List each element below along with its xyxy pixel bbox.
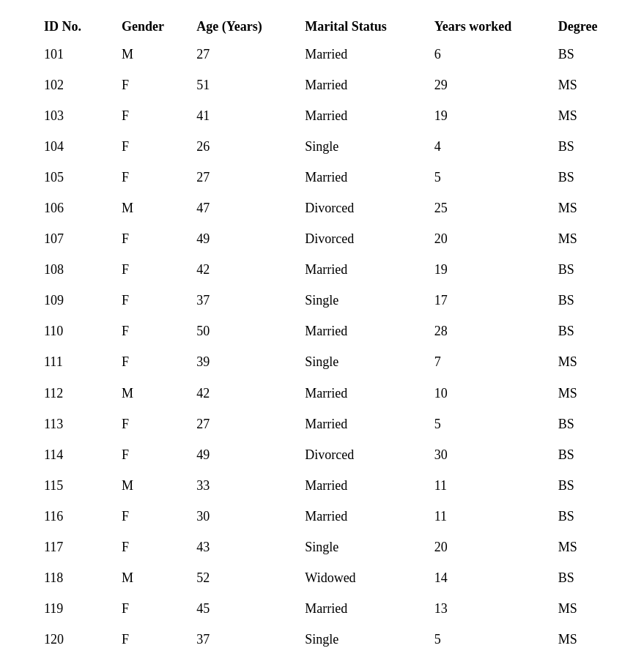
cell-marital: Married <box>290 409 419 439</box>
cell-degree: MS <box>544 532 622 563</box>
cell-degree: MS <box>544 193 622 223</box>
cell-id: 116 <box>22 501 107 532</box>
cell-marital: Married <box>290 501 419 532</box>
cell-gender: F <box>107 286 189 316</box>
column-header: Years worked <box>420 15 544 39</box>
cell-degree: MS <box>544 100 622 131</box>
cell-gender: F <box>107 224 189 255</box>
cell-age: 42 <box>189 378 290 409</box>
cell-marital: Married <box>290 316 419 347</box>
column-header: Age (Years) <box>189 15 290 39</box>
cell-degree: BS <box>544 316 622 347</box>
cell-years: 5 <box>420 625 544 655</box>
cell-gender: F <box>107 255 189 286</box>
column-header: Degree <box>544 15 622 39</box>
cell-age: 39 <box>189 347 290 378</box>
cell-years: 14 <box>420 563 544 594</box>
table-header-row: ID No.GenderAge (Years)Marital StatusYea… <box>22 15 622 39</box>
cell-gender: F <box>107 625 189 655</box>
cell-degree: BS <box>544 255 622 286</box>
cell-gender: M <box>107 378 189 409</box>
cell-age: 30 <box>189 501 290 532</box>
cell-age: 43 <box>189 532 290 563</box>
cell-degree: BS <box>544 439 622 470</box>
cell-marital: Married <box>290 594 419 625</box>
cell-gender: F <box>107 162 189 193</box>
cell-marital: Widowed <box>290 563 419 594</box>
cell-degree: BS <box>544 131 622 162</box>
cell-age: 41 <box>189 100 290 131</box>
cell-degree: BS <box>544 501 622 532</box>
table-row: 107F49Divorced20MS <box>22 224 622 255</box>
cell-gender: M <box>107 470 189 501</box>
cell-degree: MS <box>544 625 622 655</box>
table-row: 119F45Married13MS <box>22 594 622 625</box>
cell-age: 45 <box>189 594 290 625</box>
cell-years: 10 <box>420 378 544 409</box>
cell-id: 107 <box>22 224 107 255</box>
table-row: 115M33Married11BS <box>22 470 622 501</box>
table-row: 101M27Married6BS <box>22 39 622 70</box>
table-row: 120F37Single5MS <box>22 625 622 655</box>
cell-gender: F <box>107 316 189 347</box>
cell-marital: Single <box>290 625 419 655</box>
table-row: 118M52Widowed14BS <box>22 563 622 594</box>
cell-age: 49 <box>189 224 290 255</box>
cell-gender: F <box>107 439 189 470</box>
table-row: 104F26Single4BS <box>22 131 622 162</box>
cell-degree: BS <box>544 286 622 316</box>
cell-years: 11 <box>420 501 544 532</box>
data-table: ID No.GenderAge (Years)Marital StatusYea… <box>22 15 622 655</box>
table-row: 105F27Married5BS <box>22 162 622 193</box>
cell-gender: F <box>107 347 189 378</box>
cell-years: 4 <box>420 131 544 162</box>
cell-gender: M <box>107 39 189 70</box>
cell-id: 104 <box>22 131 107 162</box>
cell-degree: MS <box>544 378 622 409</box>
cell-marital: Married <box>290 255 419 286</box>
cell-degree: MS <box>544 224 622 255</box>
cell-id: 109 <box>22 286 107 316</box>
cell-years: 30 <box>420 439 544 470</box>
cell-id: 113 <box>22 409 107 439</box>
cell-age: 27 <box>189 162 290 193</box>
cell-marital: Married <box>290 70 419 100</box>
cell-gender: F <box>107 409 189 439</box>
cell-id: 112 <box>22 378 107 409</box>
cell-years: 20 <box>420 532 544 563</box>
cell-years: 20 <box>420 224 544 255</box>
cell-id: 101 <box>22 39 107 70</box>
table-row: 110F50Married28BS <box>22 316 622 347</box>
cell-id: 117 <box>22 532 107 563</box>
column-header: Gender <box>107 15 189 39</box>
cell-age: 27 <box>189 39 290 70</box>
cell-age: 52 <box>189 563 290 594</box>
cell-age: 50 <box>189 316 290 347</box>
cell-gender: F <box>107 70 189 100</box>
cell-degree: BS <box>544 563 622 594</box>
cell-years: 25 <box>420 193 544 223</box>
cell-id: 110 <box>22 316 107 347</box>
cell-marital: Single <box>290 347 419 378</box>
cell-id: 111 <box>22 347 107 378</box>
cell-id: 102 <box>22 70 107 100</box>
cell-degree: MS <box>544 70 622 100</box>
table-row: 116F30Married11BS <box>22 501 622 532</box>
cell-years: 19 <box>420 100 544 131</box>
cell-gender: F <box>107 594 189 625</box>
cell-years: 7 <box>420 347 544 378</box>
cell-years: 17 <box>420 286 544 316</box>
cell-gender: F <box>107 131 189 162</box>
cell-marital: Divorced <box>290 439 419 470</box>
table-row: 113F27Married5BS <box>22 409 622 439</box>
cell-gender: F <box>107 100 189 131</box>
cell-gender: M <box>107 563 189 594</box>
cell-gender: F <box>107 532 189 563</box>
cell-age: 26 <box>189 131 290 162</box>
cell-age: 33 <box>189 470 290 501</box>
table-row: 108F42Married19BS <box>22 255 622 286</box>
cell-marital: Single <box>290 131 419 162</box>
table-row: 109F37Single17BS <box>22 286 622 316</box>
table-row: 106M47Divorced25MS <box>22 193 622 223</box>
cell-marital: Married <box>290 378 419 409</box>
